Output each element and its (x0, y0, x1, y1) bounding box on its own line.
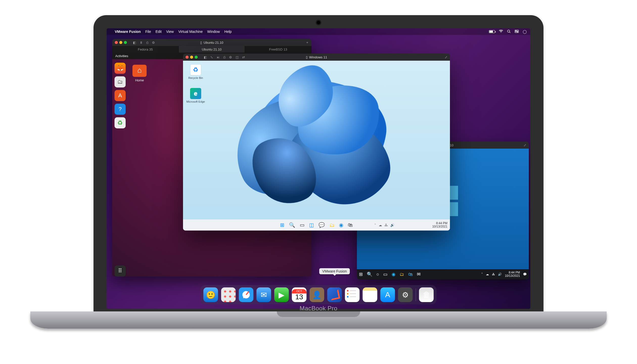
safari-icon[interactable] (239, 287, 254, 302)
windows11-desktop[interactable]: ♻ Recycle Bin e Microsoft Edge ⊞ 🔍 ▭ ◫ 💬… (183, 61, 450, 231)
tray-chevron-icon[interactable]: ˄ (374, 223, 376, 227)
store-icon[interactable]: 🛍 (408, 272, 413, 277)
vm-tab-fedora[interactable]: Fedora 35 (112, 46, 179, 53)
expand-icon[interactable]: ⤢ (524, 143, 526, 147)
settings-icon[interactable]: ⚙ (229, 55, 232, 59)
expand-window-icon[interactable]: ⤢ (445, 55, 447, 59)
calendar-month: OCT (292, 289, 307, 293)
active-app-name[interactable]: VMware Fusion (115, 30, 141, 34)
widgets-icon[interactable]: ◫ (309, 222, 314, 228)
macos-menubar: VMware Fusion File Edit View Virtual Mac… (107, 28, 530, 35)
system-settings-icon[interactable]: ⚙ (398, 287, 413, 302)
taskbar-clock[interactable]: 8:44 PM 10/13/2021 (432, 222, 447, 228)
play-pause-icon[interactable]: ⏯ (217, 55, 220, 59)
volume-icon[interactable]: 🔊 (498, 272, 502, 276)
action-center-icon[interactable]: 💬 (523, 272, 527, 276)
svg-line-1 (510, 32, 511, 33)
svg-point-4 (516, 30, 516, 31)
vm-tab-freebsd[interactable]: FreeBSD 13 (245, 46, 311, 53)
home-folder-icon[interactable] (132, 65, 147, 77)
vmware-fusion-icon[interactable] (327, 287, 342, 302)
vm-window-windows11[interactable]: ◧ ⤡ ⏯ ⎙ ⚙ ◫ ⇄ ▯ Windows 11 ⤢ (183, 54, 450, 231)
search-icon[interactable]: 🔍 (367, 271, 372, 277)
sidebar-toggle-icon[interactable]: ◧ (133, 41, 136, 44)
edge-taskbar-icon[interactable]: ◉ (339, 222, 343, 228)
devices-icon[interactable]: ⇄ (242, 55, 245, 59)
network-icon[interactable]: 🖧 (492, 272, 495, 276)
wifi-icon[interactable] (499, 30, 503, 34)
battery-icon[interactable] (489, 30, 495, 33)
notes-icon[interactable] (363, 287, 377, 302)
onedrive-icon[interactable]: ☁ (486, 272, 489, 276)
vm-titlebar-win11[interactable]: ◧ ⤡ ⏯ ⎙ ⚙ ◫ ⇄ ▯ Windows 11 ⤢ (183, 54, 450, 61)
start-button[interactable]: ⊞ (280, 222, 284, 228)
menu-window[interactable]: Window (207, 30, 220, 34)
menu-help[interactable]: Help (224, 30, 232, 34)
contacts-icon[interactable]: 👤 (310, 287, 324, 302)
wallpaper-bloom (183, 61, 450, 231)
fullscreen-button[interactable] (124, 41, 127, 44)
spotlight-search-icon[interactable] (507, 30, 511, 34)
ubuntu-dock: 🦊 🗂 A ? ♻ ⠿ (112, 53, 128, 277)
edge-icon: e (190, 88, 201, 99)
onedrive-icon[interactable]: ☁ (379, 223, 382, 227)
trash-icon[interactable]: 🗑 (419, 287, 434, 302)
unity-icon[interactable]: ◫ (236, 55, 239, 59)
calendar-icon[interactable]: OCT 13 (292, 287, 307, 302)
trash-icon[interactable]: ♻ (115, 117, 126, 128)
vm-tab-strip: Fedora 35 Ubuntu 21.10 FreeBSD 13 (112, 46, 311, 53)
firefox-icon[interactable]: 🦊 (115, 63, 126, 74)
menu-virtual-machine[interactable]: Virtual Machine (178, 30, 202, 34)
menu-edit[interactable]: Edit (155, 30, 162, 34)
file-explorer-icon[interactable]: 🗂 (400, 272, 404, 277)
start-button[interactable]: ⊞ (359, 271, 363, 277)
mail-icon[interactable]: ✉ (257, 287, 271, 302)
activities-button[interactable]: Activities (115, 54, 128, 58)
reminders-icon[interactable] (345, 287, 360, 302)
minimize-button[interactable] (119, 41, 122, 44)
snapshot-icon[interactable]: ⎙ (223, 55, 225, 59)
menu-file[interactable]: File (145, 30, 151, 34)
siri-icon[interactable]: ◯ (523, 30, 527, 34)
finder-icon[interactable]: 🙂 (203, 287, 218, 302)
store-icon[interactable]: 🛍 (348, 222, 353, 228)
launchpad-icon[interactable] (221, 287, 236, 302)
calendar-day: 13 (295, 293, 303, 301)
recycle-bin[interactable]: ♻ Recycle Bin (186, 64, 205, 79)
task-view-icon[interactable]: ▭ (383, 271, 388, 277)
app-store-icon[interactable]: A (380, 287, 395, 302)
task-view-icon[interactable]: ▭ (300, 222, 305, 228)
show-apps-icon[interactable]: ⠿ (115, 265, 126, 277)
file-explorer-icon[interactable]: 🗂 (329, 222, 334, 228)
edge-icon[interactable]: ◉ (392, 271, 396, 277)
files-icon[interactable]: 🗂 (115, 76, 126, 87)
laptop-frame: VMware Fusion File Edit View Virtual Mac… (30, 15, 607, 329)
microsoft-edge[interactable]: e Microsoft Edge (186, 88, 205, 103)
cortana-icon[interactable]: ○ (376, 272, 379, 277)
ubuntu-software-icon[interactable]: A (115, 90, 126, 101)
tray-chevron-icon[interactable]: ˄ (481, 272, 483, 276)
chat-icon[interactable]: 💬 (318, 222, 325, 228)
network-icon[interactable]: 🖧 (384, 223, 388, 227)
vm-titlebar-ubuntu[interactable]: ◧ ⏸ ⎙ ⚙ ▯ Ubuntu 21.10 ＋ (112, 39, 311, 46)
help-icon[interactable]: ? (115, 104, 126, 115)
search-icon[interactable]: 🔍 (289, 222, 295, 228)
svg-rect-2 (515, 30, 519, 31)
close-button[interactable] (186, 56, 189, 59)
facetime-icon[interactable]: ▶ (274, 287, 289, 302)
snapshot-icon[interactable]: ⎙ (146, 41, 148, 44)
suspend-vm-icon[interactable]: ⏸ (140, 41, 143, 44)
sidebar-toggle-icon[interactable]: ◧ (204, 55, 207, 59)
settings-icon[interactable]: ⚙ (152, 41, 155, 44)
control-center-icon[interactable] (515, 30, 519, 34)
mail-icon[interactable]: ✉ (417, 271, 421, 277)
new-tab-button[interactable]: ＋ (306, 40, 309, 45)
vm-tab-ubuntu[interactable]: Ubuntu 21.10 (179, 46, 245, 53)
expand-icon[interactable]: ⤡ (210, 55, 213, 59)
fullscreen-button[interactable] (195, 56, 198, 59)
taskbar-clock[interactable]: 8:44 PM 10/13/2021 (505, 271, 520, 278)
volume-icon[interactable]: 🔊 (390, 223, 394, 227)
close-button[interactable] (115, 41, 118, 44)
minimize-button[interactable] (190, 56, 193, 59)
menu-view[interactable]: View (166, 30, 174, 34)
